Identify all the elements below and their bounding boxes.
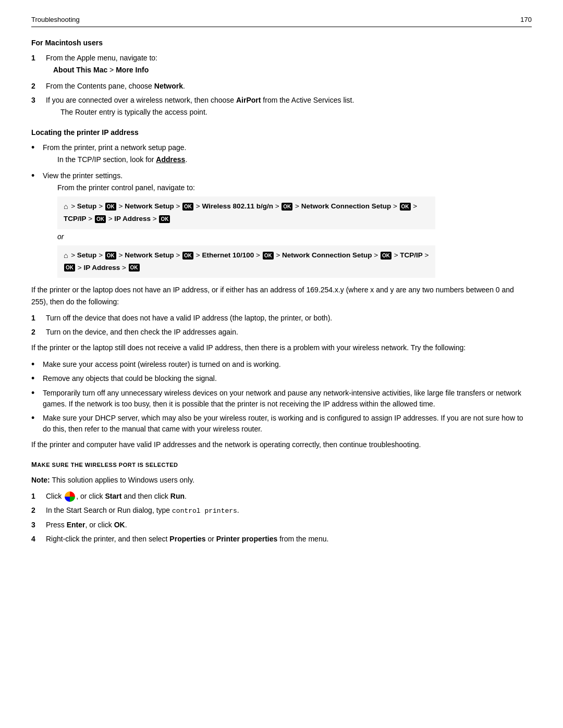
properties-bold: Properties xyxy=(169,535,205,543)
network-bullet-1: • Make sure your access point (wireless … xyxy=(31,359,532,371)
ok-badge-4: OK xyxy=(400,203,411,211)
network-bullet-2: • Remove any objects that could be block… xyxy=(31,373,532,385)
locating-bullet-2-sub: From the printer control panel, navigate… xyxy=(57,182,435,193)
ok-badge-1: OK xyxy=(105,203,116,211)
ok-badge-11: OK xyxy=(64,264,75,272)
ok-badge-2: OK xyxy=(182,203,193,211)
win-step-4: 4 Right-click the printer, and then sele… xyxy=(31,534,532,545)
ok-badge-7: OK xyxy=(105,252,116,260)
network-bullet-dot-2: • xyxy=(31,373,40,385)
main-content: For Macintosh users 1 From the Apple men… xyxy=(31,38,532,545)
header-page-number: 170 xyxy=(520,16,532,23)
about-this-mac: About This Mac xyxy=(53,66,107,74)
more-info: More Info xyxy=(116,66,149,74)
mac-steps-list: 1 From the Apple menu, navigate to: Abou… xyxy=(31,53,532,120)
network-bullet-4: • Make sure your DHCP server, which may … xyxy=(31,413,532,435)
network-problem-para: If the printer or the laptop still does … xyxy=(31,342,532,353)
printer-properties-bold: Printer properties xyxy=(216,535,277,543)
network-bullet-4-text: Make sure your DHCP server, which may al… xyxy=(43,413,532,435)
ok-badge-5: OK xyxy=(95,215,106,223)
nav1-network-setup: Network Setup xyxy=(125,202,174,210)
ok-badge-6: OK xyxy=(159,215,170,223)
ok-badge-10: OK xyxy=(381,252,391,260)
mac-step-2-text: From the Contents pane, choose Network. xyxy=(46,82,185,90)
mac-step-1-sub: About This Mac > More Info xyxy=(53,65,157,76)
wireless-port-heading: Make sure the wireless port is selected xyxy=(31,460,532,470)
home-icon-2: ⌂ xyxy=(64,250,68,262)
enter-bold: Enter xyxy=(67,521,85,529)
home-icon-1: ⌂ xyxy=(64,201,68,213)
locating-bullet-1: • From the printer, print a network setu… xyxy=(31,142,532,167)
mac-step-1-content: From the Apple menu, navigate to: About … xyxy=(46,53,157,78)
step-num-2: 2 xyxy=(31,81,42,92)
bullet-dot-1: • xyxy=(31,142,40,154)
nav2-setup: Setup xyxy=(77,251,97,259)
network-bullet-3-text: Temporarily turn off any unnecessary wir… xyxy=(43,388,532,410)
win-step-1: 1 Click , or click Start and then click … xyxy=(31,491,532,502)
locating-bullet-2-text: View the printer settings. xyxy=(43,171,123,180)
ip-step-1: 1 Turn off the device that does not have… xyxy=(31,313,532,324)
mac-step-3: 3 If you are connected over a wireless n… xyxy=(31,95,532,120)
mac-step-1: 1 From the Apple menu, navigate to: Abou… xyxy=(31,53,532,78)
network-bullet-2-text: Remove any objects that could be blockin… xyxy=(43,373,217,384)
locating-bullet-2: • View the printer settings. From the pr… xyxy=(31,170,532,280)
ip-address-para: If the printer or the laptop does not ha… xyxy=(31,284,532,307)
step-num-3: 3 xyxy=(31,95,42,106)
win-step-2: 2 In the Start Search or Run dialog, typ… xyxy=(31,505,532,516)
nav2-tcpip: TCP/IP xyxy=(400,251,423,259)
nav1-setup: Setup xyxy=(77,202,97,210)
note-text: This solution applies to Windows users o… xyxy=(50,476,194,484)
header-bar: Troubleshooting 170 xyxy=(31,16,532,27)
run-bold: Run xyxy=(170,492,185,500)
win-step-1-content: Click , or click Start and then click Ru… xyxy=(46,491,187,502)
network-bullet-dot-1: • xyxy=(31,359,40,371)
nav2-ethernet: Ethernet 10/100 xyxy=(202,251,254,259)
nav2-ip-address: IP Address xyxy=(83,264,120,272)
locating-bullet-1-content: From the printer, print a network setup … xyxy=(43,142,187,167)
mac-step-1-text: From the Apple menu, navigate to: xyxy=(46,54,157,62)
network-bullet-dot-3: • xyxy=(31,388,40,399)
locating-bullets: • From the printer, print a network setu… xyxy=(31,142,532,280)
network-bullet-dot-4: • xyxy=(31,413,40,424)
ok-badge-8: OK xyxy=(182,252,193,260)
nav2-network-setup: Network Setup xyxy=(125,251,174,259)
nav1-network-connection: Network Connection Setup xyxy=(301,202,391,210)
ip-step-2-text: Turn on the device, and then check the I… xyxy=(46,327,238,338)
win-step-num-3: 3 xyxy=(31,520,42,530)
nav1-wireless: Wireless 802.11 b/g/n xyxy=(202,202,273,210)
start-bold: Start xyxy=(105,492,121,500)
mac-step-2: 2 From the Contents pane, choose Network… xyxy=(31,81,532,92)
locating-heading: Locating the printer IP address xyxy=(31,127,532,138)
locating-bullet-1-sub: In the TCP/IP section, look for Address. xyxy=(57,154,187,165)
win-step-4-content: Right-click the printer, and then select… xyxy=(46,534,328,545)
ip-step-num-2: 2 xyxy=(31,327,42,338)
ok-bold: OK xyxy=(114,521,125,529)
windows-icon xyxy=(65,491,75,502)
ok-badge-9: OK xyxy=(263,252,274,260)
mac-step-3-sub: The Router entry is typically the access… xyxy=(60,107,354,118)
ok-badge-12: OK xyxy=(129,264,140,272)
locating-bullet-2-content: View the printer settings. From the prin… xyxy=(43,170,435,280)
win-step-3: 3 Press Enter, or click OK. xyxy=(31,520,532,530)
mac-heading: For Macintosh users xyxy=(31,38,532,48)
wireless-port-first: Make sure the wireless port is selected xyxy=(31,461,178,468)
note-label: Note: xyxy=(31,476,50,484)
header-section-label: Troubleshooting xyxy=(31,16,80,23)
or-text: or xyxy=(57,231,435,242)
bullet-dot-2: • xyxy=(31,170,40,182)
address-underline: Address xyxy=(156,155,185,164)
ip-steps-list: 1 Turn off the device that does not have… xyxy=(31,313,532,338)
win-step-num-1: 1 xyxy=(31,491,42,502)
valid-ip-para: If the printer and computer have valid I… xyxy=(31,439,532,450)
network-bold: Network xyxy=(154,82,183,90)
network-bullet-3: • Temporarily turn off any unnecessary w… xyxy=(31,388,532,410)
network-bullet-1-text: Make sure your access point (wireless ro… xyxy=(43,359,281,370)
mac-step-3-text: If you are connected over a wireless net… xyxy=(46,96,354,104)
nav-path-1: ⌂ > Setup > OK > Network Setup > OK > Wi… xyxy=(57,196,435,229)
nav-path-2: ⌂ > Setup > OK > Network Setup > OK > Et… xyxy=(57,245,435,278)
win-step-num-2: 2 xyxy=(31,505,42,516)
nav1-tcpip: TCP/IP xyxy=(64,215,87,223)
network-bullets: • Make sure your access point (wireless … xyxy=(31,359,532,435)
control-printers-code: control printers xyxy=(172,507,237,515)
step-num-1: 1 xyxy=(31,53,42,64)
